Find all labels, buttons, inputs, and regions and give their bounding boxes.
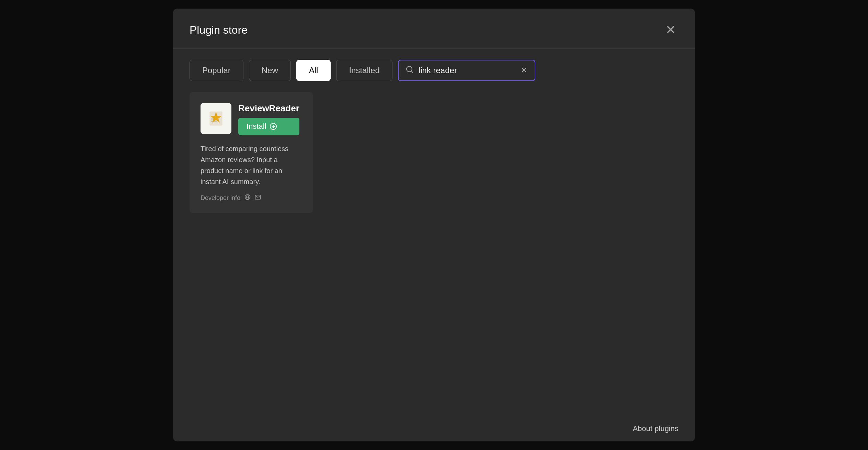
- plugin-name: ReviewReader: [238, 103, 299, 114]
- modal-title: Plugin store: [190, 24, 248, 36]
- close-button[interactable]: ✕: [663, 21, 678, 39]
- plugin-icon: [201, 103, 231, 134]
- plugin-store-modal: Plugin store ✕ Popular New All Installed: [173, 9, 695, 441]
- modal-header: Plugin store ✕: [173, 9, 695, 49]
- star-svg-icon: [206, 109, 226, 128]
- plugin-header: ReviewReader Install: [201, 103, 302, 135]
- plugin-card-reviewreader: ReviewReader Install: [190, 92, 313, 213]
- globe-icon[interactable]: [244, 194, 251, 202]
- search-box: ✕: [398, 60, 535, 81]
- modal-overlay: Plugin store ✕ Popular New All Installed: [0, 0, 868, 450]
- developer-info-label: Developer info: [201, 194, 240, 202]
- plugin-info: ReviewReader Install: [238, 103, 299, 135]
- svg-line-1: [411, 71, 412, 72]
- close-icon: ✕: [665, 24, 676, 36]
- tab-all[interactable]: All: [296, 60, 331, 81]
- about-plugins-link[interactable]: About plugins: [633, 424, 678, 433]
- modal-footer: About plugins: [173, 416, 695, 441]
- search-icon: [406, 65, 414, 76]
- toolbar: Popular New All Installed: [173, 49, 695, 92]
- plugin-description: Tired of comparing countless Amazon revi…: [201, 143, 302, 187]
- install-button[interactable]: Install: [238, 118, 299, 135]
- developer-info: Developer info: [201, 194, 302, 202]
- clear-icon: ✕: [521, 66, 527, 75]
- search-clear-button[interactable]: ✕: [520, 65, 528, 76]
- install-icon: [270, 123, 277, 130]
- tab-popular[interactable]: Popular: [190, 60, 243, 81]
- tab-installed[interactable]: Installed: [336, 60, 392, 81]
- plugin-list: ReviewReader Install: [173, 92, 695, 416]
- tab-new[interactable]: New: [249, 60, 291, 81]
- email-icon[interactable]: [255, 194, 261, 202]
- search-input[interactable]: [419, 66, 515, 75]
